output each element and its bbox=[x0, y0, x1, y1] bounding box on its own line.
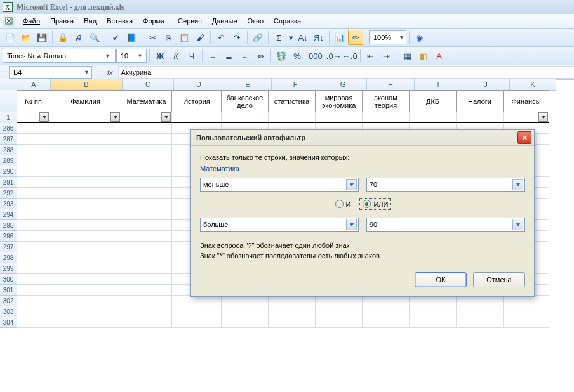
col-A[interactable]: A bbox=[17, 79, 51, 91]
col-H[interactable]: H bbox=[367, 79, 415, 91]
close-button[interactable]: ✕ bbox=[517, 131, 531, 144]
row-head[interactable]: 304 bbox=[0, 317, 17, 328]
col-J[interactable]: J bbox=[462, 79, 510, 91]
col-F[interactable]: F bbox=[272, 79, 319, 91]
cell[interactable] bbox=[50, 177, 121, 188]
increase-indent-icon[interactable]: ⇥ bbox=[379, 48, 394, 63]
cell[interactable] bbox=[410, 317, 457, 328]
zoom-input[interactable] bbox=[372, 32, 397, 43]
cell[interactable] bbox=[50, 317, 121, 328]
autosum-icon[interactable]: Σ bbox=[271, 30, 286, 45]
cell[interactable] bbox=[121, 220, 172, 231]
row-head-1[interactable]: 1 bbox=[0, 112, 17, 124]
cell[interactable] bbox=[17, 231, 50, 242]
cell[interactable] bbox=[17, 317, 50, 328]
formula-input[interactable]: Акчурина bbox=[118, 66, 574, 79]
row-head[interactable]: 299 bbox=[0, 263, 17, 274]
cell[interactable] bbox=[457, 317, 504, 328]
menu-window[interactable]: Окно bbox=[243, 15, 269, 27]
cell[interactable] bbox=[50, 220, 121, 231]
cell[interactable] bbox=[50, 145, 121, 155]
filter-C[interactable] bbox=[161, 112, 171, 122]
cell[interactable] bbox=[121, 134, 172, 145]
sort-asc-icon[interactable]: A↓ bbox=[295, 30, 310, 45]
row-head[interactable]: 291 bbox=[0, 177, 17, 188]
cell[interactable] bbox=[172, 306, 222, 317]
row-head[interactable]: 296 bbox=[0, 231, 17, 242]
value-1-combo[interactable]: 70 bbox=[366, 178, 525, 192]
cell[interactable] bbox=[17, 199, 50, 209]
filter-B[interactable] bbox=[110, 112, 120, 122]
hyperlink-icon[interactable]: 🔗 bbox=[250, 30, 265, 45]
font-name-input[interactable] bbox=[6, 50, 103, 62]
col-B[interactable]: B bbox=[51, 79, 123, 91]
cell[interactable] bbox=[17, 274, 50, 285]
cell[interactable] bbox=[50, 188, 121, 199]
print-icon[interactable]: 🖨 bbox=[71, 30, 86, 45]
increase-decimal-icon[interactable]: .0→ bbox=[326, 48, 342, 63]
radio-and[interactable]: И bbox=[335, 200, 351, 208]
open-icon[interactable]: 📂 bbox=[18, 30, 34, 45]
cell[interactable] bbox=[121, 188, 172, 199]
menu-tools[interactable]: Сервис bbox=[173, 15, 207, 27]
zoom-combo[interactable]: ▼ bbox=[369, 30, 406, 44]
operator-2-combo[interactable]: больше bbox=[200, 218, 359, 232]
autosum-dd-icon[interactable]: ▾ bbox=[287, 30, 295, 45]
cell[interactable] bbox=[121, 252, 172, 263]
cell[interactable] bbox=[457, 296, 504, 306]
cell[interactable] bbox=[50, 123, 121, 134]
row-head[interactable]: 297 bbox=[0, 242, 17, 252]
cell[interactable] bbox=[17, 209, 50, 220]
percent-icon[interactable]: % bbox=[290, 48, 305, 63]
italic-button[interactable]: К bbox=[168, 48, 184, 63]
cell[interactable] bbox=[121, 145, 172, 155]
cell[interactable] bbox=[50, 296, 121, 306]
cell[interactable] bbox=[269, 296, 316, 306]
drawing-icon[interactable]: ✏ bbox=[348, 30, 363, 45]
cut-icon[interactable]: ✂ bbox=[145, 30, 160, 45]
chart-icon[interactable]: 📊 bbox=[332, 30, 347, 45]
research-icon[interactable]: 📘 bbox=[124, 30, 139, 45]
font-size-input[interactable] bbox=[119, 50, 136, 62]
cell[interactable] bbox=[121, 209, 172, 220]
col-C[interactable]: C bbox=[123, 79, 174, 91]
radio-or[interactable]: ИЛИ bbox=[361, 199, 390, 209]
row-head[interactable]: 286 bbox=[0, 123, 17, 134]
cell[interactable] bbox=[50, 134, 121, 145]
cell[interactable] bbox=[50, 209, 121, 220]
cell[interactable] bbox=[50, 263, 121, 274]
filter-A[interactable] bbox=[39, 112, 49, 122]
row-head[interactable]: 288 bbox=[0, 145, 17, 155]
print-preview-icon[interactable]: 🔍 bbox=[87, 30, 102, 45]
row-head[interactable]: 289 bbox=[0, 155, 17, 166]
comma-style-icon[interactable]: 000 bbox=[305, 48, 326, 63]
cell[interactable] bbox=[172, 296, 222, 306]
excel-doc-icon[interactable] bbox=[3, 15, 15, 27]
cell[interactable] bbox=[222, 306, 269, 317]
col-E[interactable]: E bbox=[224, 79, 272, 91]
cell[interactable] bbox=[121, 199, 172, 209]
cell[interactable] bbox=[222, 296, 269, 306]
cell[interactable] bbox=[17, 188, 50, 199]
cell[interactable] bbox=[316, 296, 363, 306]
copy-icon[interactable]: ⎘ bbox=[161, 30, 176, 45]
cell[interactable] bbox=[121, 177, 172, 188]
col-D[interactable]: D bbox=[174, 79, 224, 91]
new-icon[interactable]: 📄 bbox=[3, 30, 18, 45]
redo-icon[interactable]: ↷ bbox=[229, 30, 244, 45]
cell[interactable] bbox=[17, 123, 50, 134]
menu-edit[interactable]: Правка bbox=[45, 15, 79, 27]
cell[interactable] bbox=[17, 296, 50, 306]
cell[interactable] bbox=[17, 220, 50, 231]
help-icon[interactable]: ◉ bbox=[412, 30, 427, 45]
operator-1-combo[interactable]: меньше bbox=[200, 178, 359, 192]
cell[interactable] bbox=[50, 285, 121, 296]
filter-K[interactable] bbox=[538, 112, 548, 122]
cell[interactable] bbox=[172, 317, 222, 328]
cell[interactable] bbox=[17, 155, 50, 166]
cell[interactable] bbox=[17, 306, 50, 317]
cell[interactable] bbox=[121, 274, 172, 285]
cell[interactable] bbox=[316, 317, 363, 328]
borders-icon[interactable]: ▦ bbox=[400, 48, 415, 63]
fill-color-icon[interactable]: ◧ bbox=[416, 48, 431, 63]
